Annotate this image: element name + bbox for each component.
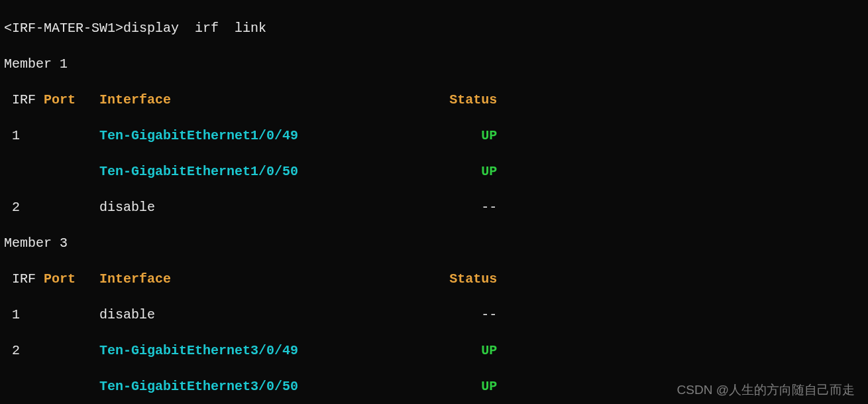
table-row: 1 disable --	[4, 306, 864, 324]
table-row: 2 Ten-GigabitEthernet3/0/49 UP	[4, 342, 864, 360]
table-row: 2 disable --	[4, 198, 864, 216]
table-header: IRF Port Interface Status	[4, 91, 864, 109]
table-row: Ten-GigabitEthernet3/0/50 UP	[4, 377, 864, 395]
cmd-line: <IRF-MATER-SW1>display irf link	[4, 19, 864, 37]
member-header: Member 3	[4, 234, 864, 252]
table-row: 1 Ten-GigabitEthernet1/0/49 UP	[4, 127, 864, 145]
member-header: Member 1	[4, 55, 864, 73]
terminal-output[interactable]: <IRF-MATER-SW1>display irf link Member 1…	[0, 0, 868, 404]
table-header: IRF Port Interface Status	[4, 270, 864, 288]
table-row: Ten-GigabitEthernet1/0/50 UP	[4, 163, 864, 180]
